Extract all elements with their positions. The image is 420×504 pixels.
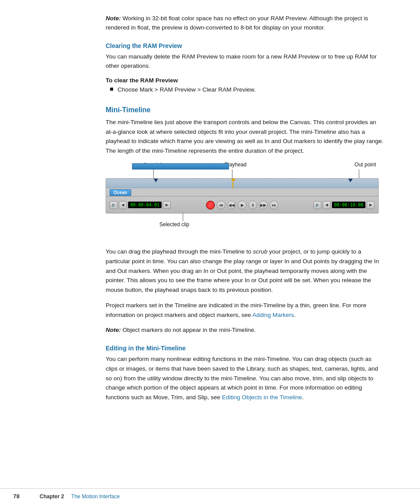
note-text-1: Working in 32-bit float color space has …	[106, 15, 368, 31]
line-playhead	[232, 169, 232, 178]
body2-rest: your project, or to jump quickly to a pa…	[106, 248, 379, 293]
mt-right-controls: 🔊 ◀ 00:00:10:00 ▶	[313, 201, 375, 209]
mt-playhead-marker	[231, 179, 236, 188]
mt-pause-btn[interactable]: ⏸	[248, 201, 257, 210]
mt-in-marker	[154, 179, 158, 182]
note-label-1: Note:	[106, 15, 121, 22]
note-block-2: Note: Object markers do not appear in th…	[106, 326, 385, 335]
mt-go-end-btn[interactable]: ⏭	[269, 201, 278, 210]
clearing-subheading: To clear the RAM Preview	[106, 77, 385, 84]
mt-next-frame-btn[interactable]: ▶	[163, 201, 171, 209]
mt-clip-label: Ocean	[110, 189, 131, 196]
mt-next-frame-right-btn[interactable]: ▶	[367, 201, 375, 209]
page-footer: 78 Chapter 2 The Motion Interface	[0, 488, 420, 504]
line-out-point	[359, 169, 359, 178]
mini-timeline-body2: You can drag the playhead through the mi…	[106, 247, 385, 294]
clearing-heading: Clearing the RAM Preview	[106, 42, 385, 49]
mt-controls-row: 🔊 ◀ 00:00:04:01 ▶ ⏮ ◀◀ ▶ ⏸ ▶▶ ⏭	[106, 196, 378, 213]
editing-body1-end: .	[302, 394, 304, 401]
body3-text: Project markers set in the Timeline are …	[106, 302, 366, 318]
mt-prev-frame-right-btn[interactable]: ◀	[323, 201, 331, 209]
page-container: Note: Working in 32-bit float color spac…	[0, 0, 420, 504]
note-block-1: Note: Working in 32-bit float color spac…	[106, 14, 385, 33]
mt-top-bar	[106, 179, 378, 188]
label-selected-clip: Selected clip	[159, 221, 189, 228]
body2-text: You can drag the playhead through the mi…	[106, 248, 253, 255]
footer-chapter-label: Chapter 2	[40, 493, 64, 500]
mt-speaker-icon[interactable]: 🔊	[110, 201, 118, 209]
mini-timeline-heading: Mini-Timeline	[106, 106, 385, 114]
mini-timeline-body3: Project markers set in the Timeline are …	[106, 301, 385, 320]
mt-timecode-right: 00:00:10:00	[332, 202, 365, 208]
mt-play-btn[interactable]: ▶	[238, 201, 247, 210]
mt-timecode-left: 00:00:04:01	[128, 202, 162, 208]
clearing-bullet-text: Choose Mark > RAM Preview > Clear RAM Pr…	[118, 85, 256, 95]
mt-next-btn[interactable]: ▶▶	[259, 201, 268, 210]
body2-italic: scrub	[253, 248, 267, 255]
mt-left-controls: 🔊 ◀ 00:00:04:01 ▶	[110, 201, 171, 209]
mt-go-start-btn[interactable]: ⏮	[217, 201, 225, 210]
section-mini-timeline: Mini-Timeline The mini-Timeline lies jus…	[106, 106, 385, 335]
clearing-bullet: Choose Mark > RAM Preview > Clear RAM Pr…	[110, 85, 385, 95]
mt-speaker-right-icon[interactable]: 🔊	[313, 201, 321, 209]
note-label-2: Note:	[106, 327, 121, 333]
note-text-2: Object markers do not appear in the mini…	[122, 327, 256, 333]
footer-chapter: Chapter 2 The Motion Interface	[40, 493, 120, 500]
mini-timeline-body1: The mini-Timeline lies just above the tr…	[106, 118, 385, 155]
mt-clip-row: Ocean	[106, 188, 378, 196]
section-editing: Editing in the Mini-Timeline You can per…	[106, 345, 385, 402]
body3-end: .	[294, 312, 296, 318]
label-out-point: Out point	[354, 162, 376, 168]
editing-body1: You can perform many nonlinear editing f…	[106, 354, 385, 402]
mt-prev-frame-btn[interactable]: ◀	[119, 201, 127, 209]
mt-prev-btn[interactable]: ◀◀	[227, 201, 236, 210]
editing-objects-link[interactable]: Editing Objects in the Timeline	[222, 394, 302, 401]
diagram-bottom-labels: Selected clip	[106, 213, 385, 229]
line-in-point	[153, 169, 154, 178]
mt-out-marker	[348, 179, 353, 182]
section-clearing: Clearing the RAM Preview You can manuall…	[106, 42, 385, 95]
adding-markers-link[interactable]: Adding Markers	[252, 312, 294, 318]
content-area: Note: Working in 32-bit float color spac…	[0, 0, 420, 484]
mt-center-controls: ⏮ ◀◀ ▶ ⏸ ▶▶ ⏭	[206, 201, 278, 210]
mt-record-btn[interactable]	[206, 201, 215, 210]
footer-chapter-link[interactable]: The Motion Interface	[71, 493, 120, 500]
footer-page-number: 78	[13, 493, 40, 500]
bullet-icon	[110, 88, 113, 91]
mini-timeline-diagram: In point Playhead Out point	[106, 162, 385, 247]
clearing-body: You can manually delete the RAM Preview …	[106, 52, 385, 71]
editing-heading: Editing in the Mini-Timeline	[106, 345, 385, 352]
line-selected-clip	[183, 213, 183, 221]
mini-timeline-widget: Ocean 🔊 ◀ 00:00:04:01 ▶ ⏮	[106, 178, 379, 213]
